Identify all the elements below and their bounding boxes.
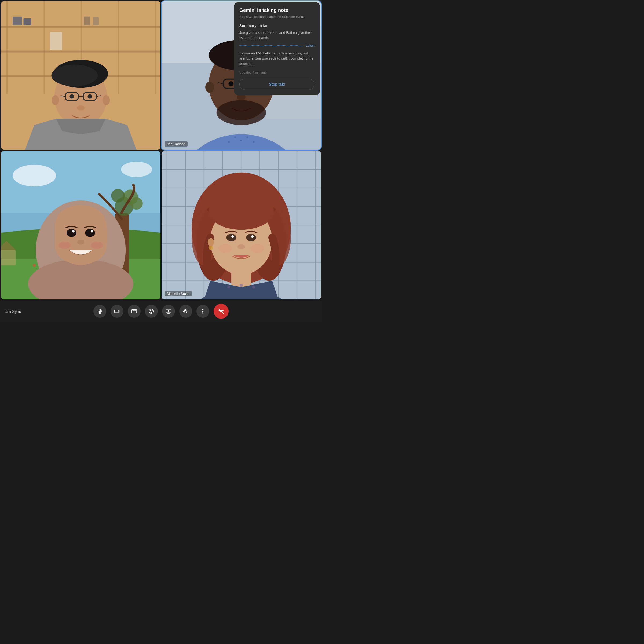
svg-rect-2 [6,1,8,94]
video-tile-1 [1,1,160,150]
gemini-title: Gemini is taking note [239,8,314,13]
svg-point-40 [228,141,230,143]
svg-point-75 [72,230,75,232]
svg-point-93 [209,246,213,250]
summary-heading: Summary so far [239,24,314,28]
raise-hand-icon [183,308,189,314]
svg-point-102 [227,286,230,289]
latest-text: Fatima and Michelle ha... Chromebooks, b… [239,51,314,67]
end-call-button[interactable] [214,304,229,319]
present-button[interactable] [162,305,175,318]
svg-point-41 [253,141,255,143]
svg-point-78 [58,241,71,249]
svg-rect-109 [132,310,137,313]
svg-point-94 [226,234,236,241]
svg-point-79 [91,241,103,249]
svg-point-67 [33,264,36,267]
emoji-button[interactable] [145,305,158,318]
svg-rect-6 [155,1,156,94]
svg-point-76 [91,230,93,232]
svg-point-58 [121,162,152,177]
svg-point-20 [52,95,59,105]
svg-point-96 [231,235,234,238]
svg-point-52 [229,81,233,86]
svg-point-104 [252,286,255,289]
video-grid: Joe Carlson [0,0,322,301]
svg-point-122 [203,313,203,313]
camera-icon [114,308,120,314]
svg-point-97 [251,235,254,238]
video-tile-3 [1,151,160,299]
captions-button[interactable] [128,305,141,318]
latest-label: Latest [306,44,314,47]
svg-point-64 [111,189,125,203]
svg-point-19 [51,65,98,86]
svg-point-27 [69,94,74,98]
svg-point-114 [150,310,151,311]
microphone-icon [97,308,103,314]
svg-point-29 [77,105,85,110]
svg-rect-5 [118,1,119,94]
svg-point-28 [87,94,92,98]
svg-point-65 [130,197,143,210]
emoji-icon [148,308,154,314]
camera-button[interactable] [111,305,123,318]
svg-point-74 [85,229,95,237]
svg-point-121 [203,311,203,312]
gemini-panel: Gemini is taking note Notes will be shar… [234,2,320,95]
svg-point-100 [251,244,264,253]
svg-point-44 [217,100,266,125]
svg-rect-11 [23,18,31,25]
main-container: Joe Carlson [0,0,322,322]
svg-point-73 [67,229,76,237]
svg-point-115 [152,310,152,311]
svg-point-113 [149,309,154,314]
wavy-line-icon [239,44,303,47]
participant-name-4: Michelle Smith [165,291,192,296]
video-tile-4: Michelle Smith [162,151,321,299]
microphone-button[interactable] [93,305,106,318]
svg-point-120 [203,309,203,310]
svg-rect-7 [1,26,160,28]
latest-divider: Latest [239,44,314,47]
present-icon [166,308,171,314]
summary-text: Joe gives a short introd... and Fatima g… [239,30,314,41]
svg-point-92 [208,238,214,246]
svg-point-38 [240,140,242,141]
raise-hand-button[interactable] [179,305,192,318]
svg-point-39 [247,136,248,138]
captions-icon [131,308,137,314]
end-call-icon [218,308,225,315]
svg-point-21 [103,95,110,105]
more-options-icon [200,308,206,314]
svg-rect-12 [84,17,90,25]
svg-point-45 [205,82,214,93]
svg-rect-14 [50,32,62,50]
stop-taking-notes-button[interactable]: Stop taki [239,79,314,90]
svg-rect-13 [93,17,99,25]
svg-point-57 [13,165,56,186]
svg-point-103 [240,284,243,287]
participant-name-2: Joe Carlson [165,141,188,147]
control-bar: am Sync [0,301,322,322]
svg-point-77 [77,240,84,244]
gemini-subtitle: Notes will be shared after the Calendar … [239,15,314,19]
svg-rect-108 [115,310,118,313]
updated-text: Updated 4 min ago [239,71,314,74]
svg-point-98 [237,244,245,249]
svg-rect-10 [13,17,22,25]
more-options-button[interactable] [196,305,209,318]
svg-rect-105 [99,309,101,312]
svg-point-99 [218,244,232,253]
meeting-name: am Sync [5,309,21,314]
svg-rect-68 [1,250,16,265]
svg-rect-3 [44,1,45,94]
svg-rect-8 [1,51,160,53]
svg-point-95 [246,234,256,241]
svg-point-91 [209,193,274,230]
svg-point-37 [234,136,236,138]
